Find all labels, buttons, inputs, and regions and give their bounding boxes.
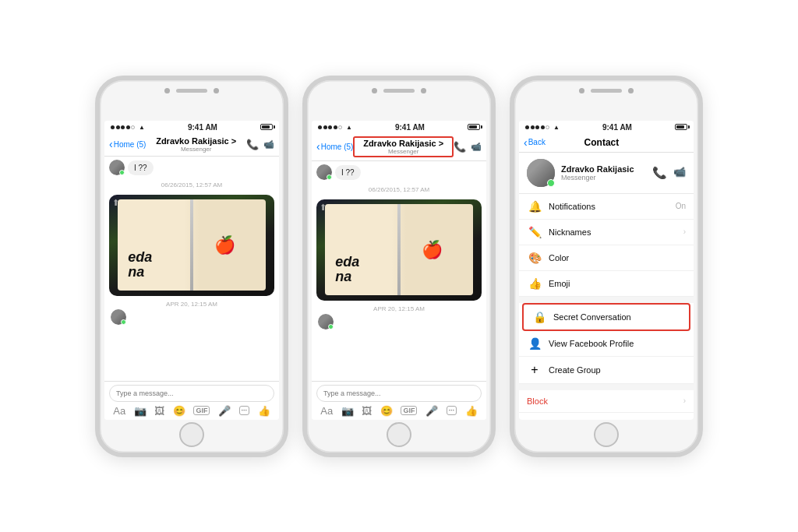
color-label: Color xyxy=(549,253,686,262)
phone-3-side-right xyxy=(698,150,701,178)
gif-icon-2[interactable]: GIF xyxy=(401,406,417,415)
avatar-wrap-2 xyxy=(316,164,332,180)
status-time: 9:41 AM xyxy=(188,123,217,132)
phone-1-nav-title[interactable]: Zdravko Rakijasic > xyxy=(146,136,246,146)
phone-3-home[interactable] xyxy=(594,422,619,447)
image-icon[interactable]: 🖼 xyxy=(154,405,164,417)
gif-icon[interactable]: GIF xyxy=(193,406,210,415)
settings-item-color[interactable]: 🎨 Color xyxy=(519,245,694,271)
phone-icon-2[interactable]: 📞 xyxy=(454,141,466,153)
more-icon[interactable]: ··· xyxy=(239,406,250,415)
contact-back-btn[interactable]: ‹ Back xyxy=(524,136,546,149)
dot-3-3 xyxy=(535,125,539,129)
chat-image-1: eda na 🍎 ⬆ xyxy=(109,195,274,296)
settings-list: 🔔 Notifications On ✏️ Nicknames › 🎨 Colo… xyxy=(519,194,694,420)
mic-icon[interactable]: 🎤 xyxy=(218,405,231,417)
online-dot-1 xyxy=(119,170,125,175)
video-icon[interactable]: 📹 xyxy=(263,139,274,150)
chat-timestamp-2: 06/26/2015, 12:57 AM xyxy=(316,186,482,193)
nicknames-chevron: › xyxy=(683,227,686,236)
status-right xyxy=(260,124,273,130)
message-input-row-1 xyxy=(109,385,274,402)
separator-1 xyxy=(519,297,694,303)
settings-item-secret[interactable]: 🔒 Secret Conversation xyxy=(522,303,690,331)
phone-3-side-left xyxy=(512,143,514,161)
phone-1-back-btn[interactable]: ‹ Home (5) xyxy=(109,139,146,150)
profile-icon: 👤 xyxy=(527,337,542,350)
contact-online-dot xyxy=(547,179,555,187)
phone-1-nav-actions: 📞 📹 xyxy=(246,139,274,150)
phone-1: ▲ 9:41 AM ‹ Home (5) Zdravko Rakijasic > xyxy=(95,76,288,457)
camera-icon-2[interactable]: 📷 xyxy=(341,405,354,417)
apple-logo-1: 🍎 xyxy=(214,235,235,255)
status-left-3: ▲ xyxy=(525,124,560,131)
phone-3-speaker xyxy=(591,89,622,93)
online-dot-bottom-2 xyxy=(328,324,334,329)
notifications-label: Notifications xyxy=(549,202,669,211)
emoji-icon[interactable]: 😊 xyxy=(173,405,185,417)
bottom-avatar-row-1 xyxy=(109,308,274,326)
battery-icon xyxy=(260,124,273,130)
settings-item-block[interactable]: Block › xyxy=(519,390,694,413)
contact-phone-icon[interactable]: 📞 xyxy=(652,166,667,180)
battery-fill-3 xyxy=(676,125,684,129)
phone-2-screen: ▲ 9:41 AM ‹ Home (5) Zdravko Rakijasic > xyxy=(312,121,486,420)
mic-icon-2[interactable]: 🎤 xyxy=(425,405,438,417)
settings-item-notifications[interactable]: 🔔 Notifications On xyxy=(519,194,694,220)
back-label-3[interactable]: Back xyxy=(528,138,546,146)
block-label: Block xyxy=(527,396,683,406)
book-visual-1: eda na 🍎 xyxy=(118,199,267,291)
phone-3-camera xyxy=(579,88,584,93)
camera-icon[interactable]: 📷 xyxy=(134,405,147,417)
phone-2-camera-2 xyxy=(421,88,426,93)
settings-item-emoji[interactable]: 👍 Emoji xyxy=(519,271,694,297)
emoji-icon-2[interactable]: 😊 xyxy=(380,405,393,417)
contact-subtitle: Messenger xyxy=(561,174,646,181)
phone-2-side-right xyxy=(491,150,493,178)
dot1 xyxy=(111,125,115,129)
settings-item-profile[interactable]: 👤 View Facebook Profile xyxy=(519,331,694,357)
add-group-icon: + xyxy=(527,363,542,377)
message-bubble-1: I ?? xyxy=(128,160,154,175)
phone-2-back-btn[interactable]: ‹ Home (5) xyxy=(316,141,353,152)
chat-message-row-1: I ?? xyxy=(109,160,274,175)
phone-2-nav-title[interactable]: Zdravko Rakijasic > xyxy=(357,139,450,148)
battery-icon-2 xyxy=(468,124,480,130)
back-label[interactable]: Home (5) xyxy=(114,140,147,149)
phone-2-nav-center[interactable]: Zdravko Rakijasic > Messenger xyxy=(353,136,454,157)
online-dot-bottom-1 xyxy=(121,319,126,325)
font-icon-2[interactable]: Aa xyxy=(320,405,333,417)
phone-2-home[interactable] xyxy=(387,422,411,447)
dot3 xyxy=(121,125,125,129)
message-text-2: I ?? xyxy=(341,168,355,177)
phone-3-camera-2 xyxy=(628,88,634,93)
back-label-2[interactable]: Home (5) xyxy=(321,143,354,151)
wifi-label-2: ▲ xyxy=(346,124,352,131)
separator-2 xyxy=(519,384,694,390)
phone-icon[interactable]: 📞 xyxy=(246,139,259,150)
book-text-left-2: eda na xyxy=(332,211,399,288)
contact-video-icon[interactable]: 📹 xyxy=(673,166,686,180)
font-icon[interactable]: Aa xyxy=(113,405,125,417)
phone-2-side-left xyxy=(305,143,307,161)
avatar-wrap-bottom-2 xyxy=(318,314,334,329)
palette-icon: 🎨 xyxy=(527,252,542,264)
settings-item-group[interactable]: + Create Group xyxy=(519,357,694,384)
book-visual-2: eda na 🍎 xyxy=(325,204,474,295)
phone-3-screen: ▲ 9:41 AM ‹ Back Contact xyxy=(519,121,694,420)
phone-1-home[interactable] xyxy=(179,422,204,447)
like-icon-2[interactable]: 👍 xyxy=(465,405,478,417)
status-left-2: ▲ xyxy=(318,124,352,131)
settings-item-nicknames[interactable]: ✏️ Nicknames › xyxy=(519,220,694,245)
message-input-1[interactable] xyxy=(109,385,274,402)
more-icon-2[interactable]: ··· xyxy=(447,406,457,415)
message-input-2[interactable] xyxy=(316,385,482,402)
book-text-right-1: 🍎 xyxy=(192,206,259,284)
chat-image-2: eda na 🍎 ⬆ xyxy=(316,199,482,301)
video-icon-2[interactable]: 📹 xyxy=(471,142,482,152)
image-icon-2[interactable]: 🖼 xyxy=(362,405,372,417)
phone-1-status-bar: ▲ 9:41 AM xyxy=(104,121,279,133)
phone-1-chat-area: I ?? 06/26/2015, 12:57 AM eda na 🍎 xyxy=(104,157,279,381)
phone-1-screen: ▲ 9:41 AM ‹ Home (5) Zdravko Rakijasic > xyxy=(104,121,279,420)
like-icon[interactable]: 👍 xyxy=(258,405,270,417)
